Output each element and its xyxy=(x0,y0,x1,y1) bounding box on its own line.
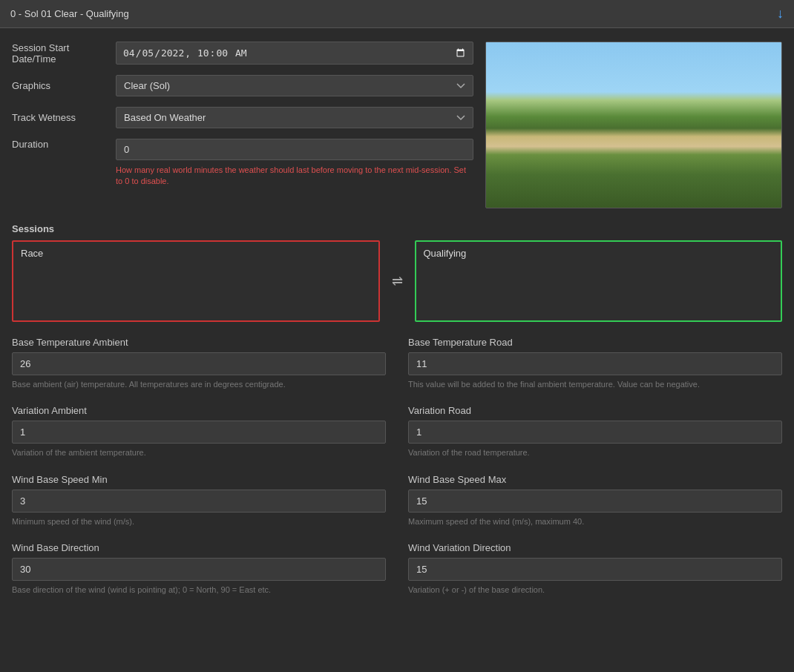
session-right-item: Qualifying xyxy=(421,246,777,260)
field-input-base-temp-road[interactable] xyxy=(408,352,782,375)
field-label-wind-base-speed-min: Wind Base Speed Min xyxy=(12,474,386,485)
field-group-wind-base-speed-max: Wind Base Speed MaxMaximum speed of the … xyxy=(408,474,782,527)
field-input-variation-ambient[interactable] xyxy=(12,421,386,444)
sessions-label: Sessions xyxy=(12,223,782,234)
title-bar: 0 - Sol 01 Clear - Qualifying ↓ xyxy=(0,0,794,28)
field-help-wind-base-direction: Base direction of the wind (wind is poin… xyxy=(12,584,386,596)
field-help-base-temp-road: This value will be added to the final am… xyxy=(408,379,782,390)
field-group-base-temp-road: Base Temperature RoadThis value will be … xyxy=(408,337,782,390)
field-label-wind-base-speed-max: Wind Base Speed Max xyxy=(408,474,782,485)
field-label-base-temp-road: Base Temperature Road xyxy=(408,337,782,348)
field-group-wind-base-direction: Wind Base DirectionBase direction of the… xyxy=(12,542,386,596)
field-group-wind-base-speed-min: Wind Base Speed MinMinimum speed of the … xyxy=(12,474,386,527)
track-wetness-select[interactable]: Based On Weather Dry Wet xyxy=(116,107,473,128)
graphics-label: Graphics xyxy=(12,80,116,91)
session-left-item: Race xyxy=(18,246,374,260)
field-group-variation-road: Variation RoadVariation of the road temp… xyxy=(408,405,782,458)
field-input-variation-road[interactable] xyxy=(408,421,782,444)
field-input-wind-base-speed-max[interactable] xyxy=(408,490,782,513)
title-bar-text: 0 - Sol 01 Clear - Qualifying xyxy=(10,8,129,19)
track-wetness-label: Track Wetness xyxy=(12,112,116,123)
field-label-variation-road: Variation Road xyxy=(408,405,782,416)
session-box-left[interactable]: Race xyxy=(12,240,380,322)
field-help-wind-base-speed-min: Minimum speed of the wind (m/s). xyxy=(12,516,386,527)
field-group-variation-ambient: Variation AmbientVariation of the ambien… xyxy=(12,405,386,458)
field-label-variation-ambient: Variation Ambient xyxy=(12,405,386,416)
swap-icon[interactable]: ⇌ xyxy=(387,273,407,289)
field-input-wind-variation-direction[interactable] xyxy=(408,558,782,581)
fields-grid: Base Temperature AmbientBase ambient (ai… xyxy=(12,337,782,596)
duration-help-text: How many real world minutes the weather … xyxy=(116,165,473,188)
field-input-wind-base-direction[interactable] xyxy=(12,558,386,581)
field-label-wind-base-direction: Wind Base Direction xyxy=(12,542,386,553)
duration-label: Duration xyxy=(12,139,116,150)
duration-input[interactable] xyxy=(116,139,473,160)
session-start-label: Session Start Date/Time xyxy=(12,42,116,65)
field-input-base-temp-ambient[interactable] xyxy=(12,352,386,375)
field-label-wind-variation-direction: Wind Variation Direction xyxy=(408,542,782,553)
field-help-wind-variation-direction: Variation (+ or -) of the base direction… xyxy=(408,584,782,596)
field-help-base-temp-ambient: Base ambient (air) temperature. All temp… xyxy=(12,379,386,390)
field-help-variation-road: Variation of the road temperature. xyxy=(408,447,782,458)
field-help-wind-base-speed-max: Maximum speed of the wind (m/s), maximum… xyxy=(408,516,782,527)
session-start-input[interactable] xyxy=(116,42,473,65)
field-input-wind-base-speed-min[interactable] xyxy=(12,490,386,513)
title-bar-arrow-icon[interactable]: ↓ xyxy=(777,6,784,22)
field-group-wind-variation-direction: Wind Variation DirectionVariation (+ or … xyxy=(408,542,782,596)
field-group-base-temp-ambient: Base Temperature AmbientBase ambient (ai… xyxy=(12,337,386,390)
track-image xyxy=(485,42,782,208)
field-label-base-temp-ambient: Base Temperature Ambient xyxy=(12,337,386,348)
session-box-right[interactable]: Qualifying xyxy=(415,240,783,322)
graphics-select[interactable]: Clear (Sol) Cloudy Rain Thunderstorm xyxy=(116,75,473,96)
field-help-variation-ambient: Variation of the ambient temperature. xyxy=(12,447,386,458)
